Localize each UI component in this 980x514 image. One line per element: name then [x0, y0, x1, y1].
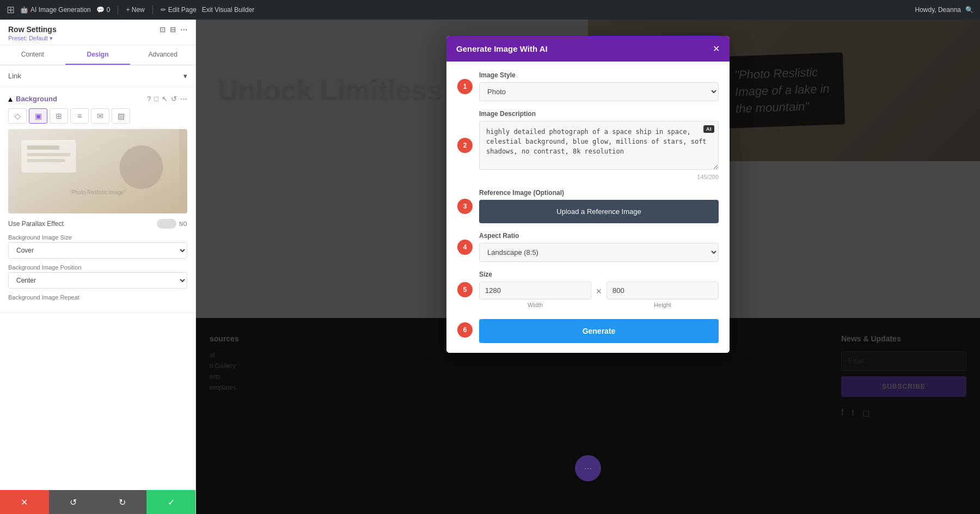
upload-reference-button[interactable]: Upload a Reference Image [479, 200, 719, 223]
bg-size-select[interactable]: Cover [8, 242, 187, 259]
svg-rect-2 [27, 145, 60, 150]
image-style-label: Image Style [479, 71, 719, 79]
bg-type-image[interactable]: ≡ [70, 108, 89, 124]
bg-preview-image: "Photo Reslistic Image" [8, 129, 187, 213]
bg-position-row: Background Image Position Center [8, 264, 187, 289]
help-icon[interactable]: ? [147, 95, 151, 103]
header-icons: ⊡ ⊟ ⋯ [160, 26, 187, 34]
bg-type-gradient[interactable]: ⊞ [50, 108, 68, 124]
bg-repeat-row: Background Image Repeat [8, 294, 187, 301]
size-row: Width ✕ Height [479, 282, 719, 308]
search-icon[interactable]: 🔍 [965, 6, 973, 14]
parallax-toggle-row: Use Parallax Effect NO [8, 219, 187, 229]
sidebar-header: Row Settings ⊡ ⊟ ⋯ Preset: Default ▾ [0, 20, 195, 45]
chevron-down-icon: ▾ [183, 72, 187, 80]
cursor-icon[interactable]: ↖ [162, 95, 168, 103]
image-style-wrapper: 1 Image Style Photo [479, 71, 719, 101]
wordpress-icon[interactable]: ⊞ [7, 4, 15, 16]
generate-button[interactable]: Generate [479, 319, 719, 343]
char-count: 145/200 [479, 174, 719, 180]
description-wrapper: 2 Image Description highly detailed phot… [479, 110, 719, 180]
preset-dropdown[interactable]: ▾ [50, 35, 53, 41]
separator [118, 5, 118, 14]
tab-content[interactable]: Content [0, 45, 65, 65]
bg-section-title: Background [16, 95, 57, 103]
bg-repeat-label: Background Image Repeat [8, 294, 187, 301]
save-button[interactable]: ✓ [146, 490, 195, 514]
sidebar-tabs: Content Design Advanced [0, 45, 195, 65]
reset-icon[interactable]: ↺ [171, 95, 177, 103]
cancel-icon: ✕ [21, 497, 28, 507]
bg-type-color[interactable]: ▣ [29, 108, 47, 124]
main-layout: Row Settings ⊡ ⊟ ⋯ Preset: Default ▾ Con… [0, 20, 980, 514]
bg-size-label: Background Image Size [8, 234, 187, 241]
parallax-toggle[interactable]: NO [157, 219, 187, 229]
bg-type-video[interactable]: ✉ [91, 108, 109, 124]
step-badge-5: 5 [457, 282, 473, 297]
pencil-icon: ✏ [161, 6, 166, 14]
description-label: Image Description [479, 110, 719, 118]
step-badge-2: 2 [457, 138, 473, 153]
step-badge-4: 4 [457, 240, 473, 255]
bg-size-row: Background Image Size Cover [8, 234, 187, 259]
aspect-ratio-wrapper: 4 Aspect Ratio Landscape (8:5) [479, 232, 719, 262]
ai-badge: AI [703, 125, 714, 133]
bg-title-controls: ? □ ↖ ↺ ⋯ [147, 95, 187, 103]
height-group: Height [607, 282, 719, 308]
ai-image-gen-link[interactable]: 🤖 AI Image Generation [20, 6, 91, 14]
canvas-area: Unlock Limitless "Photo Reslistic Image … [196, 20, 980, 514]
viewport-icon[interactable]: ⊡ [160, 26, 166, 34]
image-style-field: Image Style Photo [479, 71, 719, 101]
width-input[interactable] [479, 282, 591, 299]
height-label: Height [607, 302, 719, 308]
bg-position-label: Background Image Position [8, 264, 187, 271]
redo-button[interactable]: ↻ [98, 490, 147, 514]
size-label: Size [479, 271, 719, 278]
tab-design[interactable]: Design [65, 45, 131, 65]
link-title-row[interactable]: Link ▾ [8, 72, 187, 80]
cancel-button[interactable]: ✕ [0, 490, 49, 514]
copy-icon[interactable]: □ [154, 95, 158, 103]
top-bar-left: ⊞ 🤖 AI Image Generation 💬 0 + New ✏ Edit… [7, 4, 254, 16]
svg-text:"Photo Reslistic Image": "Photo Reslistic Image" [70, 189, 126, 195]
separator2 [152, 5, 153, 14]
textarea-wrapper: highly detailed photograph of a space sh… [479, 121, 719, 172]
generate-wrapper: 6 Generate [479, 317, 719, 343]
width-label: Width [479, 302, 591, 308]
bg-position-select[interactable]: Center [8, 272, 187, 289]
svg-rect-4 [27, 159, 65, 162]
more-bg-icon[interactable]: ⋯ [180, 95, 187, 103]
bg-preview: "Photo Reslistic Image" [8, 129, 187, 213]
edit-page-link[interactable]: ✏ Edit Page [161, 6, 197, 14]
description-textarea[interactable]: highly detailed photograph of a space sh… [479, 121, 719, 170]
row-settings-title: Row Settings ⊡ ⊟ ⋯ [8, 25, 187, 34]
toggle-track[interactable] [157, 219, 176, 229]
columns-icon[interactable]: ⊟ [170, 26, 176, 34]
image-style-select[interactable]: Photo [479, 82, 719, 101]
bg-type-pattern[interactable]: ▨ [112, 108, 130, 124]
size-field: Size Width ✕ Height [479, 271, 719, 308]
more-icon[interactable]: ⋯ [180, 26, 187, 34]
exit-vb-link[interactable]: Exit Visual Builder [202, 6, 255, 14]
aspect-ratio-select[interactable]: Landscape (8:5) [479, 243, 719, 262]
size-wrapper: 5 Size Width ✕ [479, 271, 719, 308]
top-bar: ⊞ 🤖 AI Image Generation 💬 0 + New ✏ Edit… [0, 0, 980, 20]
top-bar-right: Howdy, Deanna 🔍 [915, 6, 974, 14]
undo-button[interactable]: ↺ [49, 490, 98, 514]
bg-type-none[interactable]: ◇ [8, 108, 27, 124]
left-sidebar: Row Settings ⊡ ⊟ ⋯ Preset: Default ▾ Con… [0, 20, 196, 514]
svg-rect-3 [27, 153, 71, 156]
save-icon: ✓ [168, 497, 175, 507]
tab-advanced[interactable]: Advanced [130, 45, 195, 65]
new-link[interactable]: + New [126, 6, 144, 14]
comment-link[interactable]: 💬 0 [96, 6, 111, 14]
link-section: Link ▾ [0, 65, 195, 87]
sidebar-content: Link ▾ ▴ Background ? □ ↖ ↺ ⋯ [0, 65, 195, 490]
modal-close-button[interactable]: ✕ [713, 44, 720, 54]
height-input[interactable] [607, 282, 719, 299]
redo-icon: ↻ [119, 497, 126, 507]
chevron-up-icon[interactable]: ▴ [8, 94, 13, 104]
preset-label: Preset: Default ▾ [8, 35, 187, 42]
reference-field: Reference Image (Optional) Upload a Refe… [479, 189, 719, 223]
toggle-no-label: NO [179, 221, 187, 227]
